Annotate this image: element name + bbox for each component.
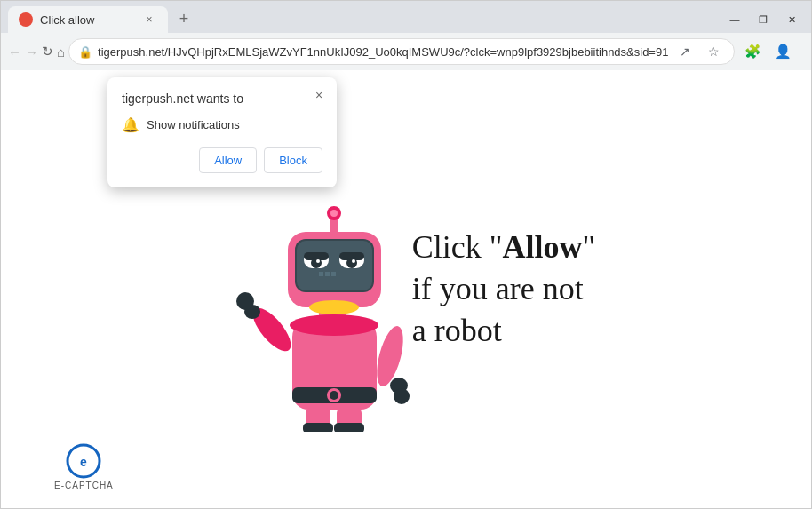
back-button[interactable]: ← bbox=[8, 37, 21, 66]
block-button[interactable]: Block bbox=[264, 147, 322, 173]
text-line3: a robot bbox=[412, 310, 595, 352]
svg-point-9 bbox=[394, 388, 410, 404]
svg-rect-26 bbox=[331, 272, 336, 276]
menu-button[interactable]: ⋮ bbox=[799, 37, 812, 66]
svg-point-2 bbox=[236, 292, 254, 310]
svg-rect-33 bbox=[334, 423, 364, 432]
page-content: × tigerpush.net wants to 🔔 Show notifica… bbox=[1, 70, 811, 508]
tab-close-button[interactable]: × bbox=[141, 12, 157, 28]
popup-close-button[interactable]: × bbox=[310, 86, 328, 104]
svg-point-29 bbox=[330, 210, 338, 217]
minimize-button[interactable]: — bbox=[722, 10, 747, 29]
nav-right-icons: 🧩 👤 ⋮ bbox=[738, 37, 812, 66]
bookmark-button[interactable]: ☆ bbox=[702, 40, 725, 63]
allow-button[interactable]: Allow bbox=[199, 147, 257, 173]
extensions-button[interactable]: 🧩 bbox=[738, 37, 767, 66]
svg-point-18 bbox=[311, 258, 322, 268]
svg-point-22 bbox=[346, 258, 357, 268]
svg-point-11 bbox=[290, 314, 378, 336]
robot-text: Click "Allow" if you are not a robot bbox=[412, 227, 595, 351]
text-line2: if you are not bbox=[412, 268, 595, 310]
svg-point-23 bbox=[352, 259, 355, 263]
tab-bar: Click allow × + — ❐ ✕ bbox=[1, 1, 811, 33]
svg-rect-32 bbox=[303, 423, 333, 432]
forward-button[interactable]: → bbox=[25, 37, 38, 66]
svg-point-13 bbox=[309, 300, 359, 314]
text-line1: Click "Allow" bbox=[412, 227, 595, 268]
tab-title: Click allow bbox=[40, 13, 134, 27]
active-tab[interactable]: Click allow × bbox=[8, 6, 168, 33]
profile-button[interactable]: 👤 bbox=[768, 37, 797, 66]
popup-permission-text: Show notifications bbox=[147, 118, 240, 131]
svg-point-19 bbox=[316, 259, 320, 263]
ecaptcha-label: E-CAPTCHA bbox=[54, 481, 114, 490]
close-button[interactable]: ✕ bbox=[779, 10, 804, 29]
svg-point-6 bbox=[330, 391, 338, 400]
window-controls: — ❐ ✕ bbox=[722, 10, 804, 33]
navigation-bar: ← → ↻ ⌂ 🔒 tigerpush.net/HJvQHpjRxEMLSjaW… bbox=[1, 33, 811, 70]
svg-text:e: e bbox=[80, 455, 87, 469]
lock-icon: 🔒 bbox=[78, 45, 92, 59]
popup-title: tigerpush.net wants to bbox=[122, 91, 322, 106]
refresh-button[interactable]: ↻ bbox=[42, 37, 53, 66]
robot-illustration bbox=[217, 156, 412, 423]
home-button[interactable]: ⌂ bbox=[57, 37, 65, 66]
popup-buttons: Allow Block bbox=[122, 147, 322, 173]
bell-icon: 🔔 bbox=[122, 116, 139, 133]
svg-rect-25 bbox=[325, 272, 330, 276]
browser-window: Click allow × + — ❐ ✕ ← → ↻ ⌂ 🔒 tigerpus… bbox=[0, 0, 812, 509]
popup-permission-row: 🔔 Show notifications bbox=[122, 116, 322, 133]
share-button[interactable]: ↗ bbox=[673, 40, 697, 63]
svg-rect-24 bbox=[319, 272, 323, 276]
maximize-button[interactable]: ❐ bbox=[751, 10, 776, 29]
new-tab-button[interactable]: + bbox=[171, 6, 196, 31]
ecaptcha-badge: e E-CAPTCHA bbox=[54, 443, 114, 490]
notification-popup: × tigerpush.net wants to 🔔 Show notifica… bbox=[107, 77, 337, 187]
tab-favicon bbox=[19, 12, 33, 27]
address-bar[interactable]: 🔒 tigerpush.net/HJvQHpjRxEMLSjaWZvYF1nnU… bbox=[68, 38, 735, 65]
ecaptcha-logo-icon: e bbox=[66, 443, 101, 479]
url-display: tigerpush.net/HJvQHpjRxEMLSjaWZvYF1nnUkI… bbox=[98, 45, 668, 59]
